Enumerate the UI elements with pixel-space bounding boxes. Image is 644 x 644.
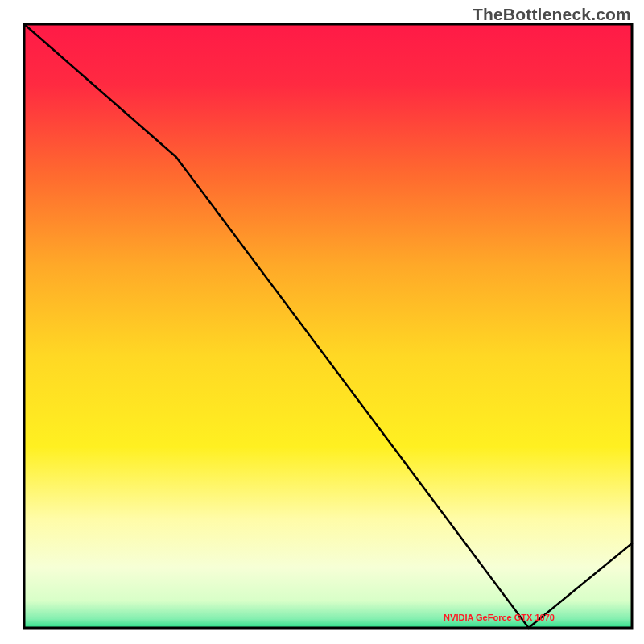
annotation-label: NVIDIA GeForce GTX 1070 bbox=[444, 613, 555, 622]
chart-container: TheBottleneck.com NVIDIA bbox=[0, 0, 644, 644]
plot-gradient-area bbox=[24, 24, 632, 628]
chart-svg: NVIDIA GeForce GTX 1070 bbox=[0, 0, 644, 644]
